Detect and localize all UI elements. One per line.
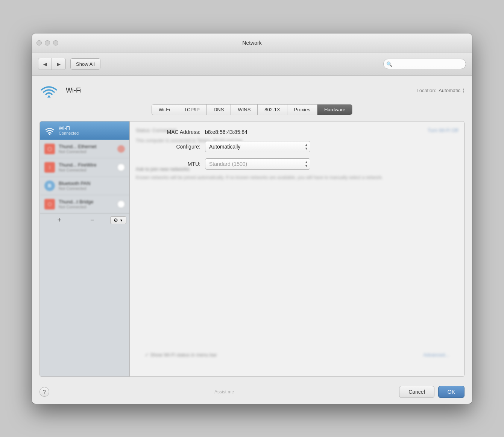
forward-button[interactable]: ▶ [52, 58, 65, 70]
sidebar-bluetooth-text: Bluetooth PAN Not Connected [59, 181, 125, 191]
show-all-button[interactable]: Show All [70, 58, 100, 70]
location-label: Location: [416, 88, 436, 93]
sidebar-bridge-text: Thund...t Bridge Not Connected [59, 199, 114, 209]
mtu-label: MTU: [145, 161, 205, 167]
mtu-select-wrapper: Standard (1500) Custom ▲ ▼ [205, 158, 310, 170]
tab-proxies[interactable]: Proxies [287, 105, 317, 115]
tabs-row: Wi-Fi TCP/IP DNS WINS 802.1X Proxies Har… [39, 104, 465, 115]
sidebar-item-bluetooth[interactable]: B Bluetooth PAN Not Connected [40, 177, 129, 195]
wifi-sidebar-icon [44, 125, 55, 136]
search-input[interactable] [383, 59, 466, 69]
cancel-button[interactable]: Cancel [399, 386, 434, 398]
location-chevron-icon: ⟩ [463, 88, 465, 93]
mtu-select[interactable]: Standard (1500) Custom [205, 158, 310, 170]
wifi-icon-wrap [39, 83, 58, 98]
sidebar-bridge-status: Not Connected [59, 205, 114, 209]
ethernet-sidebar-icon: ⬡ [44, 144, 55, 154]
sidebar: Wi-Fi Connected ⬡ Thund... Ethernet Not … [39, 121, 130, 377]
interface-name: Wi-Fi [66, 86, 82, 94]
gear-button[interactable]: ⚙ ▼ [110, 216, 126, 224]
sidebar-item-wifi[interactable]: Wi-Fi Connected [40, 121, 129, 140]
bridge-indicator [117, 200, 125, 208]
firewire-sidebar-icon: ⟟ [44, 162, 55, 173]
minimize-button[interactable] [45, 40, 50, 46]
gear-icon: ⚙ [114, 217, 118, 223]
configure-label: Configure: [145, 144, 205, 150]
sidebar-wifi-name: Wi-Fi [59, 125, 125, 131]
add-network-button[interactable]: + [43, 215, 76, 225]
ok-button[interactable]: OK [438, 386, 465, 398]
svg-point-2 [49, 134, 50, 135]
gear-chevron-icon: ▼ [120, 218, 123, 222]
firewire-indicator [117, 164, 125, 171]
configure-select[interactable]: Automatically Manually [205, 141, 310, 152]
tabs-container: Wi-Fi TCP/IP DNS WINS 802.1X Proxies Har… [152, 104, 353, 115]
sidebar-item-firewire[interactable]: ⟟ Thund... FireWire Not Connected [40, 158, 129, 177]
sidebar-ethernet-status: Not Connected [59, 149, 114, 154]
sidebar-bluetooth-name: Bluetooth PAN [59, 181, 125, 186]
configure-row: Configure: Automatically Manually ▲ ▼ [145, 141, 449, 152]
tab-wifi[interactable]: Wi-Fi [152, 105, 177, 115]
sidebar-bluetooth-status: Not Connected [59, 186, 125, 191]
traffic-lights [36, 40, 58, 46]
header-row: Wi-Fi Location: Automatic ⟩ [39, 83, 465, 98]
remove-network-button[interactable]: − [76, 215, 109, 225]
configure-select-wrapper: Automatically Manually ▲ ▼ [205, 141, 310, 152]
network-window: Network ◀ ▶ Show All 🔍 [32, 33, 472, 404]
sidebar-firewire-text: Thund... FireWire Not Connected [59, 162, 114, 172]
mac-address-value: b8:e8:56:43:85:84 [205, 129, 247, 135]
window-title: Network [242, 40, 261, 46]
search-box: 🔍 [383, 59, 466, 69]
bottom-right-buttons: Cancel OK [399, 386, 465, 398]
location-value: Automatic [439, 88, 460, 93]
wifi-icon [39, 83, 58, 98]
sidebar-firewire-name: Thund... FireWire [59, 162, 114, 168]
search-icon: 🔍 [386, 61, 392, 67]
titlebar: Network [32, 33, 472, 53]
tab-hardware[interactable]: Hardware [317, 105, 352, 115]
mac-address-label: MAC Address: [145, 129, 205, 135]
tab-wins[interactable]: WINS [231, 105, 258, 115]
hardware-content: MAC Address: b8:e8:56:43:85:84 Configure… [130, 121, 464, 183]
close-button[interactable] [36, 40, 42, 46]
help-button[interactable]: ? [39, 387, 49, 397]
location-area: Location: Automatic ⟩ [416, 88, 465, 93]
sidebar-ethernet-name: Thund... Ethernet [59, 144, 114, 149]
tab-dns[interactable]: DNS [207, 105, 231, 115]
bottom-bar: ? Assist me Cancel OK [32, 380, 472, 404]
sidebar-wifi-text: Wi-Fi Connected [59, 125, 125, 135]
tab-8021x[interactable]: 802.1X [258, 105, 287, 115]
main-panel: Wi-Fi Connected ⬡ Thund... Ethernet Not … [39, 121, 465, 377]
sidebar-controls: + − ⚙ ▼ [40, 214, 129, 227]
sidebar-firewire-status: Not Connected [59, 168, 114, 172]
back-button[interactable]: ◀ [38, 58, 52, 70]
tab-tcpip[interactable]: TCP/IP [177, 105, 207, 115]
bottom-row: ✓ Show Wi-Fi status in menu bar Advanced… [145, 352, 449, 358]
toolbar: ◀ ▶ Show All 🔍 [32, 53, 472, 76]
ethernet-indicator [117, 145, 125, 153]
mtu-row: MTU: Standard (1500) Custom ▲ ▼ [145, 158, 449, 170]
assist-me-text: Assist me [49, 389, 399, 395]
right-panel: Status: Connected Turn Wi-Fi Off This co… [130, 121, 465, 377]
show-menubar-text: ✓ Show Wi-Fi status in menu bar [145, 352, 217, 358]
nav-buttons: ◀ ▶ [38, 58, 66, 70]
sidebar-bridge-name: Thund...t Bridge [59, 199, 114, 205]
blurred-sidebar-items: ⬡ Thund... Ethernet Not Connected ⟟ [40, 140, 129, 214]
sidebar-ethernet-text: Thund... Ethernet Not Connected [59, 144, 114, 154]
bridge-sidebar-icon: ⬡ [44, 199, 55, 209]
advanced-button: Advanced... [423, 352, 449, 358]
svg-rect-1 [47, 97, 51, 98]
content-area: Wi-Fi Location: Automatic ⟩ Wi-Fi TCP/IP… [32, 76, 472, 377]
sidebar-wifi-status: Connected [59, 131, 125, 135]
sidebar-item-bridge[interactable]: ⬡ Thund...t Bridge Not Connected [40, 195, 129, 214]
sidebar-item-ethernet[interactable]: ⬡ Thund... Ethernet Not Connected [40, 140, 129, 158]
bluetooth-sidebar-icon: B [44, 181, 55, 191]
mac-address-row: MAC Address: b8:e8:56:43:85:84 [145, 129, 449, 135]
maximize-button[interactable] [53, 40, 58, 46]
